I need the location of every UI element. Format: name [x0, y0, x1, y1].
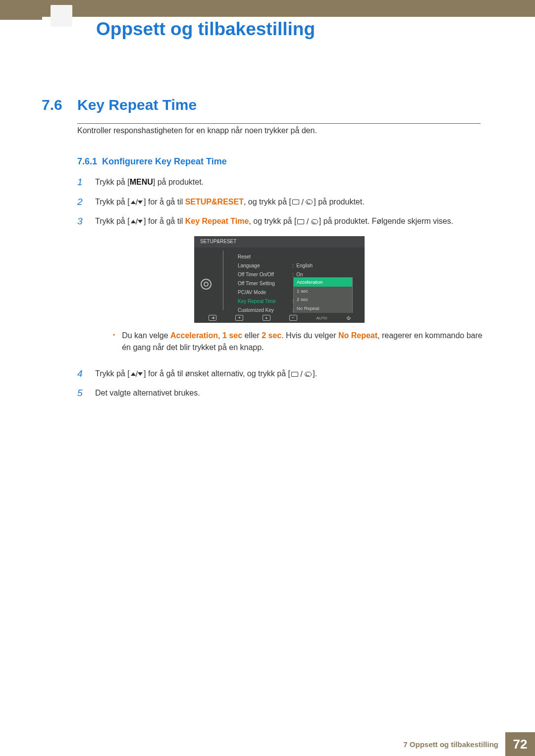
step-3: 3 Trykk på [/] for å gå til Key Repeat T… [77, 214, 488, 361]
osd-item-krt-selected: Key Repeat Time [238, 297, 292, 306]
steps-container: 1 Trykk på [MENU] på produktet. 2 Trykk … [77, 175, 488, 406]
osd-item-pcav: PC/AV Mode [238, 288, 292, 297]
osd-item-timer-setting: Off Timer Setting [238, 279, 292, 288]
osd-option-1sec: 1 sec [294, 287, 352, 296]
osd-icon-column [194, 251, 218, 318]
osd-item-timer-onoff: Off Timer On/Off [238, 270, 292, 279]
bullet-icon: • [113, 330, 115, 341]
osd-option-2sec: 2 sec [294, 295, 352, 304]
source-enter-icon: / [297, 216, 318, 227]
osd-item-language: Language [238, 261, 292, 270]
header-accent-bar [42, 0, 535, 17]
subsection-number: 7.6.1 [77, 156, 97, 166]
step-body: Trykk på [MENU] på produktet. [95, 175, 488, 188]
key-repeat-time-label: Key Repeat Time [185, 217, 249, 225]
section-intro-text: Kontroller responshastigheten for en kna… [77, 126, 317, 135]
osd-down-icon: ▼ [235, 315, 243, 321]
options-note: • Du kan velge Acceleration, 1 sec eller… [113, 330, 488, 353]
menu-button-label: MENU [130, 178, 153, 186]
step-body: Trykk på [/] for å gå til Key Repeat Tim… [95, 214, 488, 361]
osd-auto-label: AUTO [316, 315, 327, 321]
osd-body: Reset Language Off Timer On/Off Off Time… [194, 248, 365, 318]
osd-screenshot: SETUP&RESET Reset Language Off Timer On/… [194, 236, 365, 323]
section-divider [77, 123, 481, 124]
osd-option-norepeat: No Repeat [294, 304, 352, 313]
step-body: Trykk på [/] for å gå til ønsket alterna… [95, 367, 488, 380]
chapter-title: Oppsett og tilbakestilling [96, 19, 315, 40]
step-2: 2 Trykk på [/] for å gå til SETUP&RESET,… [77, 195, 488, 209]
source-enter-icon: / [291, 368, 312, 380]
step-5: 5 Det valgte alternativet brukes. [77, 386, 488, 400]
osd-title: SETUP&RESET [194, 236, 365, 248]
osd-enter-icon: ↵ [289, 315, 297, 321]
step-body: Det valgte alternativet brukes. [95, 386, 488, 399]
setup-reset-label: SETUP&RESET [185, 198, 244, 206]
osd-panel: SETUP&RESET Reset Language Off Timer On/… [194, 236, 365, 323]
step-number: 1 [77, 175, 95, 189]
up-down-arrows-icon: / [131, 197, 143, 208]
header-accent-left [0, 0, 42, 20]
osd-val-timer-onoff: On [296, 272, 303, 277]
gear-icon [201, 279, 212, 290]
step-1: 1 Trykk på [MENU] på produktet. [77, 175, 488, 189]
up-down-arrows-icon: / [131, 216, 143, 227]
up-down-arrows-icon: / [131, 368, 143, 380]
osd-power-icon: ⏻ [346, 315, 350, 321]
section-number: 7.6 [42, 97, 62, 113]
document-page: Oppsett og tilbakestilling 7.6 Key Repea… [0, 0, 535, 756]
source-enter-icon: / [292, 197, 313, 208]
osd-val-language: English [296, 263, 313, 268]
chapter-icon-placeholder [51, 5, 72, 27]
osd-up-icon: ▲ [263, 315, 270, 321]
step-number: 2 [77, 195, 95, 209]
subsection-heading: 7.6.1 Konfigurere Key Repeat Time [77, 156, 227, 167]
osd-tree-lines [218, 251, 238, 318]
step-number: 3 [77, 214, 95, 228]
step-number: 5 [77, 386, 95, 400]
osd-footer-buttons: ◀ ▼ ▲ ↵ AUTO ⏻ [194, 313, 365, 323]
osd-option-acceleration: Acceleration [294, 278, 352, 287]
step-body: Trykk på [/] for å gå til SETUP&RESET, o… [95, 195, 488, 208]
note-text: Du kan velge Acceleration, 1 sec eller 2… [122, 330, 488, 353]
osd-menu-values: : English : On : : SAMSUNG MAGIC Angle A… [292, 251, 357, 318]
opt-norepeat: No Repeat [338, 331, 377, 340]
opt-acceleration: Acceleration [170, 331, 218, 340]
opt-1sec: 1 sec [222, 331, 242, 340]
page-footer: 7 Oppsett og tilbakestilling 72 [403, 732, 535, 756]
osd-left-icon: ◀ [209, 315, 216, 321]
page-number: 72 [505, 732, 535, 756]
step-4: 4 Trykk på [/] for å gå til ønsket alter… [77, 367, 488, 381]
section-title: Key Repeat Time [77, 97, 197, 113]
osd-menu-labels: Reset Language Off Timer On/Off Off Time… [238, 251, 292, 318]
opt-2sec: 2 sec [262, 331, 281, 340]
subsection-title: Konfigurere Key Repeat Time [102, 156, 227, 166]
osd-dropdown: Acceleration 1 sec 2 sec No Repeat [293, 277, 353, 313]
footer-chapter-ref: 7 Oppsett og tilbakestilling [403, 740, 498, 749]
osd-item-reset: Reset [238, 252, 292, 261]
step-number: 4 [77, 367, 95, 381]
